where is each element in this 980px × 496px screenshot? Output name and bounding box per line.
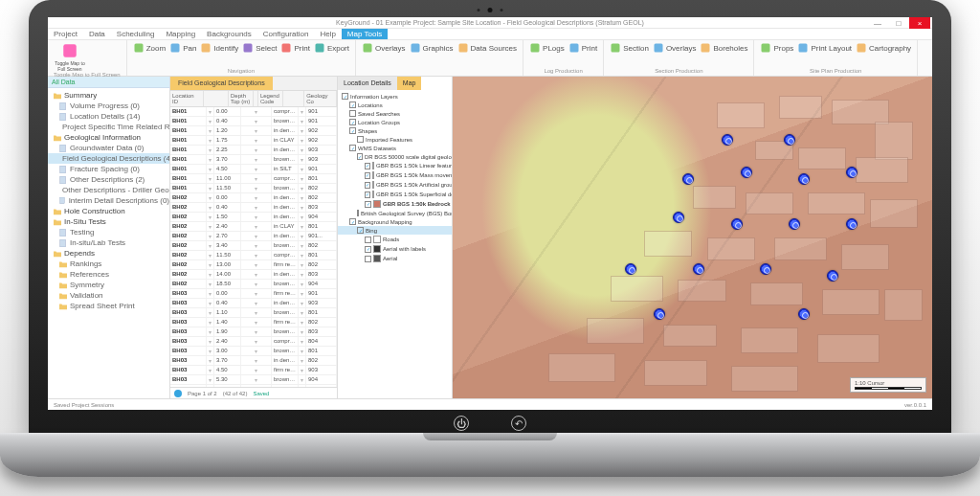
menu-item[interactable]: Help <box>314 29 341 39</box>
checkbox[interactable]: ✓ <box>349 145 356 151</box>
chevron-down-icon[interactable]: ▾ <box>241 270 272 279</box>
chevron-down-icon[interactable]: ▾ <box>299 155 306 164</box>
checkbox[interactable]: ✓ <box>365 201 371 208</box>
grid-body[interactable]: BH01▾0.00▾comprising plastics...▾901BH01… <box>170 107 337 387</box>
table-row[interactable]: BH02▾18.50▾brown silty SAND wit...▾904 <box>170 280 337 289</box>
table-row[interactable]: BH01▾1.75▾in CLAY▾902 <box>170 136 337 146</box>
chevron-down-icon[interactable]: ▾ <box>299 184 306 192</box>
table-row[interactable]: BH03▾2.40▾comprising plastics...▾804 <box>170 337 337 347</box>
table-row[interactable]: BH03▾3.00▾brown silty SAND wit...▾801 <box>170 347 337 356</box>
chevron-down-icon[interactable]: ▾ <box>241 107 272 116</box>
checkbox[interactable] <box>357 210 359 216</box>
chevron-down-icon[interactable]: ▾ <box>241 327 272 336</box>
tree-node[interactable]: Location Details (14) <box>48 111 169 122</box>
table-row[interactable]: BH03▾1.10▾brown CLAY▾801 <box>170 308 337 318</box>
chevron-down-icon[interactable]: ▾ <box>299 356 306 365</box>
checkbox[interactable]: ✓ <box>357 153 363 160</box>
tree-node[interactable]: Volume Progress (0) <box>48 101 169 111</box>
col-header[interactable]: Legend Code <box>258 91 283 106</box>
tree-node[interactable]: Testing <box>48 227 169 237</box>
checkbox[interactable] <box>349 110 356 117</box>
col-header[interactable] <box>204 91 229 106</box>
layer-node[interactable]: Aerial <box>338 254 452 263</box>
chevron-down-icon[interactable]: ▾ <box>241 184 272 192</box>
chevron-down-icon[interactable]: ▾ <box>299 117 306 125</box>
table-row[interactable]: BH03▾3.70▾in dense CLAY▾802 <box>170 356 337 366</box>
table-row[interactable]: BH02▾3.40▾brown silty SAND wit...▾802 <box>170 241 337 251</box>
checkbox[interactable]: ✓ <box>365 192 370 198</box>
chevron-down-icon[interactable]: ▾ <box>241 193 272 202</box>
layers-tree[interactable]: ✓Information Layers✓LocationsSaved Searc… <box>338 90 452 398</box>
ribbon-button[interactable]: PLogs <box>529 42 565 54</box>
chevron-down-icon[interactable]: ▾ <box>299 136 306 145</box>
chevron-down-icon[interactable]: ▾ <box>241 213 272 221</box>
menu-item[interactable]: Project <box>48 29 83 39</box>
table-row[interactable]: BH03▾0.40▾in dense CLAY▾903 <box>170 299 337 308</box>
col-header[interactable] <box>283 91 304 106</box>
checkbox[interactable] <box>365 237 371 243</box>
col-header[interactable]: Depth Top (m) <box>229 91 254 106</box>
tree-node[interactable]: Validation <box>48 290 169 301</box>
borehole-marker[interactable] <box>846 218 858 230</box>
tree-node[interactable]: Geological Information <box>48 132 169 143</box>
table-row[interactable]: BH01▾1.20▾in dense CLAY▾902 <box>170 126 337 136</box>
checkbox[interactable]: ✓ <box>342 93 348 100</box>
tree-node[interactable]: Other Descriptions - Driller Geologies <box>48 185 169 195</box>
layer-node[interactable]: ✓GBR BGS 1:50k Mass movement <box>338 170 452 180</box>
chevron-down-icon[interactable]: ▾ <box>207 146 214 154</box>
ribbon-button[interactable]: Data Sources <box>457 42 517 54</box>
menu-item[interactable]: Data <box>83 29 111 39</box>
chevron-down-icon[interactable]: ▾ <box>241 251 272 259</box>
chevron-down-icon[interactable]: ▾ <box>207 213 214 221</box>
pager-dot[interactable] <box>174 390 182 397</box>
layer-node[interactable]: ✓GBR BGS 1:50k Linear features <box>338 161 452 170</box>
chevron-down-icon[interactable]: ▾ <box>207 126 214 135</box>
menu-tab-active[interactable]: Map Tools <box>342 29 388 39</box>
chevron-down-icon[interactable]: ▾ <box>207 232 214 240</box>
layer-node[interactable]: Roads <box>338 235 452 244</box>
table-row[interactable]: BH03▾4.50▾firm red-brown▾903 <box>170 366 337 375</box>
chevron-down-icon[interactable]: ▾ <box>207 318 214 327</box>
chevron-down-icon[interactable]: ▾ <box>241 126 272 135</box>
layer-node[interactable]: ✓GBR BGS 1:50k Superficial deposits <box>338 190 452 199</box>
checkbox[interactable]: ✓ <box>349 127 356 134</box>
chevron-down-icon[interactable]: ▾ <box>299 232 306 240</box>
layer-node[interactable]: ✓Locations <box>338 101 452 109</box>
col-header[interactable]: Location ID <box>170 91 204 106</box>
chevron-down-icon[interactable]: ▾ <box>299 174 306 183</box>
chevron-down-icon[interactable]: ▾ <box>299 146 306 154</box>
layer-node[interactable]: ✓Background Mapping <box>338 217 452 226</box>
ribbon-button[interactable]: Select <box>242 42 277 54</box>
tree-node[interactable]: In-situ/Lab Tests <box>48 237 169 248</box>
ribbon-button[interactable]: Overlays <box>362 42 406 54</box>
ribbon-button[interactable]: Graphics <box>410 42 454 54</box>
ribbon-button[interactable]: Props <box>760 42 793 54</box>
tree-node[interactable]: Interim Detail Descriptions (0) <box>48 195 169 206</box>
project-tree[interactable]: SummaryVolume Progress (0)Location Detai… <box>48 88 169 398</box>
checkbox[interactable]: ✓ <box>365 182 370 189</box>
chevron-down-icon[interactable]: ▾ <box>241 375 272 384</box>
borehole-marker[interactable] <box>760 263 771 275</box>
table-row[interactable]: BH03▾5.30▾brown silty SAND wit...▾904 <box>170 375 337 385</box>
layer-node[interactable]: ✓DR BGS 50000 scale digital geology <box>338 152 452 161</box>
layers-tab-location[interactable]: Location Details <box>338 77 397 90</box>
chevron-down-icon[interactable]: ▾ <box>241 366 272 374</box>
chevron-down-icon[interactable]: ▾ <box>207 289 214 298</box>
chevron-down-icon[interactable]: ▾ <box>241 232 272 240</box>
ribbon-button[interactable]: Print <box>280 42 309 54</box>
borehole-marker[interactable] <box>827 270 838 282</box>
layer-node[interactable]: ✓Shapes <box>338 126 452 135</box>
menu-item[interactable]: Backgrounds <box>201 29 257 39</box>
minimize-button[interactable]: — <box>867 17 888 29</box>
table-row[interactable]: BH02▾1.50▾in dense CLAY▾904 <box>170 213 337 222</box>
borehole-marker[interactable] <box>722 134 733 146</box>
table-row[interactable]: BH02▾13.00▾firm red-brown g...▾802 <box>170 260 337 270</box>
chevron-down-icon[interactable]: ▾ <box>207 165 214 173</box>
tree-node[interactable]: Summary <box>48 90 169 101</box>
chevron-down-icon[interactable]: ▾ <box>241 280 272 288</box>
chevron-down-icon[interactable]: ▾ <box>299 241 306 250</box>
chevron-down-icon[interactable]: ▾ <box>299 347 306 355</box>
chevron-down-icon[interactable]: ▾ <box>241 241 272 250</box>
checkbox[interactable]: ✓ <box>365 246 371 253</box>
tree-node[interactable]: In-Situ Tests <box>48 216 169 227</box>
